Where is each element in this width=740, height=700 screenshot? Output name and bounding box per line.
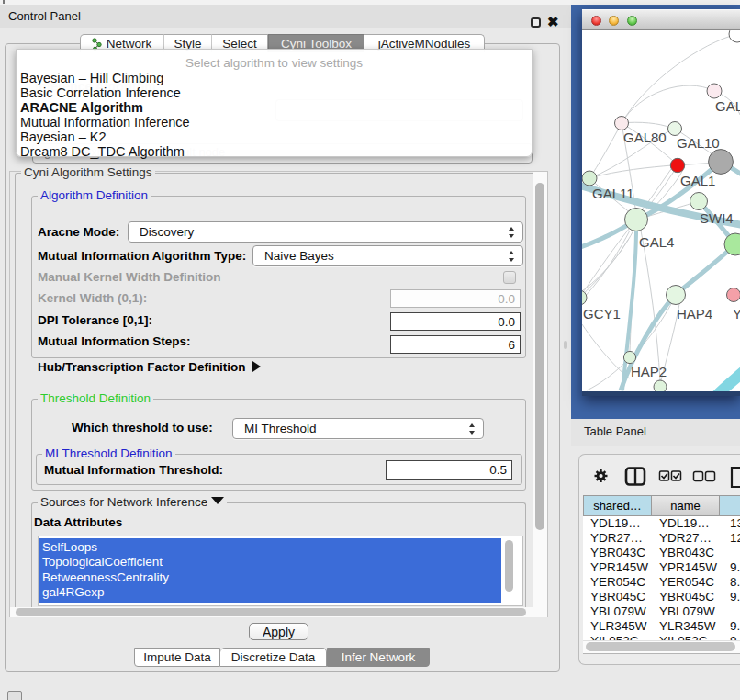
svg-text:GCY1: GCY1: [583, 306, 621, 322]
svg-text:GAL: GAL: [715, 98, 740, 114]
svg-text:GAL1: GAL1: [680, 173, 715, 188]
svg-text:GAL80: GAL80: [623, 130, 667, 145]
svg-text:GAL10: GAL10: [677, 135, 720, 151]
svg-text:SWI4: SWI4: [700, 210, 734, 226]
svg-text:HAP4: HAP4: [677, 306, 712, 322]
svg-text:Y: Y: [733, 306, 740, 322]
svg-text:GAL11: GAL11: [592, 186, 634, 201]
svg-text:HAP2: HAP2: [631, 364, 667, 379]
svg-text:GAL4: GAL4: [639, 234, 674, 250]
